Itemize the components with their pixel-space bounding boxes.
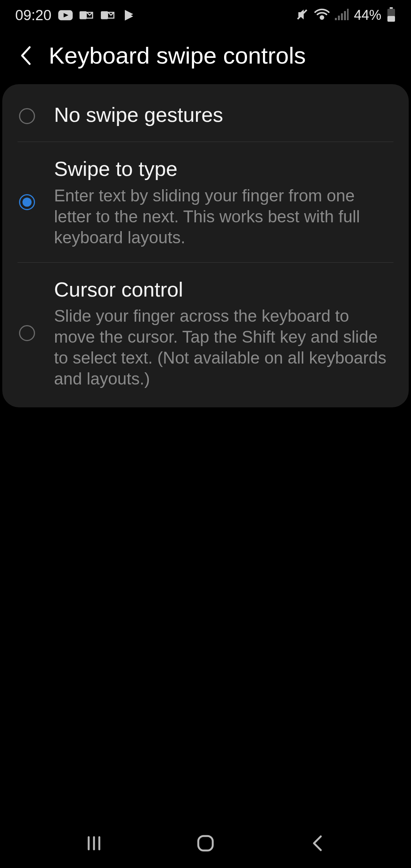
radio-swipe-to-type[interactable] <box>19 194 35 210</box>
battery-percent: 44% <box>354 7 381 23</box>
svg-rect-10 <box>390 7 393 9</box>
wifi-icon <box>314 8 330 22</box>
status-right: 44% <box>295 7 396 23</box>
option-no-swipe[interactable]: No swipe gestures <box>2 88 409 142</box>
page-title: Keyboard swipe controls <box>49 42 306 69</box>
home-button[interactable] <box>194 832 217 855</box>
signal-icon <box>335 9 349 22</box>
back-button[interactable] <box>18 44 33 67</box>
outlook-icon-1 <box>80 10 94 21</box>
option-swipe-to-type[interactable]: Swipe to type Enter text by sliding your… <box>2 142 409 262</box>
option-description: Enter text by sliding your finger from o… <box>54 185 393 248</box>
svg-rect-6 <box>338 16 340 20</box>
option-cursor-control[interactable]: Cursor control Slide your finger across … <box>2 263 409 404</box>
mute-icon <box>295 8 309 23</box>
youtube-icon <box>58 10 73 21</box>
svg-point-4 <box>320 16 323 19</box>
svg-rect-12 <box>387 16 395 22</box>
svg-rect-5 <box>335 18 337 20</box>
svg-rect-2 <box>101 11 108 19</box>
option-title: Swipe to type <box>54 156 393 181</box>
status-bar: 09:20 <box>0 0 411 30</box>
navigation-bar <box>0 819 411 868</box>
status-left: 09:20 <box>15 7 137 24</box>
battery-icon <box>387 7 396 23</box>
options-card: No swipe gestures Swipe to type Enter te… <box>2 84 409 407</box>
option-title: No swipe gestures <box>54 102 393 127</box>
recents-button[interactable] <box>83 832 105 855</box>
header: Keyboard swipe controls <box>0 30 411 80</box>
svg-rect-16 <box>198 836 213 850</box>
radio-cursor-control[interactable] <box>19 325 35 341</box>
svg-rect-1 <box>80 11 87 19</box>
svg-rect-9 <box>347 9 349 20</box>
back-nav-button[interactable] <box>306 832 328 855</box>
play-store-icon <box>122 10 137 21</box>
svg-rect-7 <box>341 13 343 20</box>
option-description: Slide your finger across the keyboard to… <box>54 305 393 389</box>
radio-no-swipe[interactable] <box>19 108 35 124</box>
status-time: 09:20 <box>15 7 51 24</box>
outlook-icon-2 <box>101 10 115 21</box>
option-title: Cursor control <box>54 277 393 302</box>
svg-rect-8 <box>344 11 346 20</box>
